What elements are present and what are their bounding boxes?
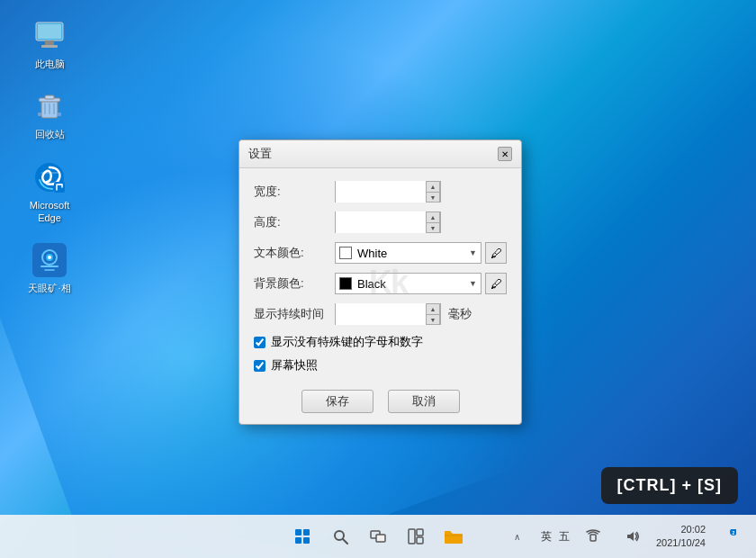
text-color-swatch bbox=[339, 247, 352, 259]
svg-rect-26 bbox=[409, 529, 415, 544]
width-spinbox[interactable]: 220 ▲ ▼ bbox=[335, 181, 441, 202]
recycle-bin-label: 回收站 bbox=[35, 128, 65, 140]
this-pc-label: 此电脑 bbox=[35, 58, 65, 70]
taskbar-time[interactable]: 20:02 2021/10/24 bbox=[656, 523, 706, 551]
svg-rect-19 bbox=[303, 529, 310, 536]
duration-row: 显示持续时间 5000 ▲ ▼ 毫秒 bbox=[254, 303, 507, 325]
svg-rect-2 bbox=[45, 40, 54, 45]
volume-icon[interactable] bbox=[616, 520, 649, 553]
bg-color-dropdown[interactable]: Black ▼ bbox=[335, 273, 482, 294]
dialog-titlebar: 设置 ✕ bbox=[239, 140, 521, 168]
cancel-button[interactable]: 取消 bbox=[388, 390, 460, 413]
bg-color-edit-button[interactable]: 🖊 bbox=[485, 273, 507, 294]
svg-rect-21 bbox=[303, 537, 310, 544]
svg-rect-13 bbox=[54, 182, 65, 193]
duration-spin-arrows: ▲ ▼ bbox=[426, 303, 440, 325]
svg-rect-28 bbox=[417, 537, 423, 544]
svg-point-17 bbox=[48, 256, 51, 259]
dialog-close-button[interactable]: ✕ bbox=[498, 147, 512, 161]
monitor-icon bbox=[32, 18, 68, 54]
checkbox2-input[interactable] bbox=[254, 360, 266, 372]
width-label: 宽度: bbox=[254, 184, 335, 200]
edge-label: Microsoft Edge bbox=[18, 199, 81, 225]
svg-rect-1 bbox=[38, 24, 61, 39]
task-view-button[interactable] bbox=[362, 520, 394, 553]
tray-lang2: 五 bbox=[559, 529, 570, 544]
search-button[interactable] bbox=[324, 520, 356, 553]
text-color-row: 文本颜色: White ▼ 🖊 bbox=[254, 242, 507, 264]
shortcut-hint: [CTRL] + [S] bbox=[601, 467, 738, 504]
desktop-icons-area: 此电脑 回收站 bbox=[18, 18, 81, 294]
svg-rect-6 bbox=[45, 95, 54, 99]
desktop-icon-recycle-bin[interactable]: 回收站 bbox=[18, 88, 81, 140]
svg-rect-11 bbox=[58, 112, 61, 116]
duration-input[interactable]: 5000 bbox=[336, 303, 426, 325]
height-spinbox[interactable]: 100 ▲ ▼ bbox=[335, 212, 441, 233]
svg-rect-10 bbox=[38, 112, 41, 116]
network-icon[interactable] bbox=[577, 520, 609, 553]
text-color-dropdown[interactable]: White ▼ bbox=[335, 242, 482, 264]
text-color-dropdown-arrow: ▼ bbox=[469, 248, 477, 257]
svg-rect-25 bbox=[376, 535, 385, 542]
text-color-select-wrap: White ▼ 🖊 bbox=[335, 242, 507, 264]
text-color-edit-button[interactable]: 🖊 bbox=[485, 242, 507, 264]
bg-color-name: Black bbox=[357, 277, 467, 291]
dialog-body: 宽度: 220 ▲ ▼ 高度: 100 ▲ bbox=[239, 168, 521, 424]
settings-dialog: 设置 ✕ 宽度: 220 ▲ ▼ 高度: bbox=[238, 140, 522, 425]
duration-spin-up[interactable]: ▲ bbox=[426, 303, 440, 314]
desktop: 此电脑 回收站 bbox=[0, 0, 756, 558]
checkbox1-row: 显示没有特殊键的字母和数字 bbox=[254, 334, 507, 350]
snap-button[interactable] bbox=[400, 520, 432, 553]
width-spin-up[interactable]: ▲ bbox=[426, 181, 440, 192]
width-spin-arrows: ▲ ▼ bbox=[426, 181, 440, 202]
tray-expand-button[interactable]: ∧ bbox=[501, 520, 534, 553]
svg-line-23 bbox=[343, 539, 347, 544]
checkbox1-label[interactable]: 显示没有特殊键的字母和数字 bbox=[271, 334, 423, 350]
width-input[interactable]: 220 bbox=[336, 181, 426, 202]
svg-rect-3 bbox=[41, 45, 58, 48]
svg-rect-18 bbox=[295, 529, 302, 536]
duration-input-wrap: 5000 ▲ ▼ 毫秒 bbox=[335, 303, 472, 325]
checkbox1-input[interactable] bbox=[254, 337, 266, 348]
duration-label: 显示持续时间 bbox=[254, 306, 335, 322]
bg-color-swatch bbox=[339, 277, 352, 290]
start-button[interactable] bbox=[286, 520, 319, 553]
checkbox2-row: 屏幕快照 bbox=[254, 357, 507, 374]
desktop-icon-this-pc[interactable]: 此电脑 bbox=[18, 18, 81, 70]
width-spin-down[interactable]: ▼ bbox=[426, 192, 440, 202]
text-color-label: 文本颜色: bbox=[254, 245, 335, 261]
recycle-bin-icon bbox=[32, 88, 68, 124]
tray-lang1: 英 bbox=[541, 529, 552, 544]
bg-color-select-wrap: Black ▼ 🖊 bbox=[335, 273, 507, 294]
save-button[interactable]: 保存 bbox=[302, 390, 374, 413]
height-input[interactable]: 100 bbox=[336, 212, 426, 233]
notification-button[interactable]: 2 bbox=[713, 520, 745, 553]
duration-unit: 毫秒 bbox=[448, 306, 472, 322]
desktop-icon-tianyan[interactable]: 天眼矿·相 bbox=[18, 242, 81, 294]
date-display: 2021/10/24 bbox=[656, 536, 706, 550]
checkbox2-label[interactable]: 屏幕快照 bbox=[271, 357, 318, 374]
height-label: 高度: bbox=[254, 214, 335, 230]
svg-rect-20 bbox=[295, 537, 302, 544]
time-display: 20:02 bbox=[656, 523, 706, 536]
dialog-title: 设置 bbox=[248, 146, 272, 162]
width-row: 宽度: 220 ▲ ▼ bbox=[254, 181, 507, 202]
taskbar-center bbox=[286, 520, 470, 553]
svg-rect-29 bbox=[590, 535, 596, 541]
height-spin-down[interactable]: ▼ bbox=[426, 222, 440, 233]
file-explorer-button[interactable] bbox=[437, 520, 470, 553]
dialog-buttons: 保存 取消 bbox=[254, 382, 507, 413]
edge-icon bbox=[32, 159, 68, 195]
height-spin-up[interactable]: ▲ bbox=[426, 212, 440, 222]
svg-text:2: 2 bbox=[733, 530, 735, 536]
tianyan-label: 天眼矿·相 bbox=[28, 282, 70, 294]
duration-spin-down[interactable]: ▼ bbox=[426, 314, 440, 325]
bg-color-dropdown-arrow: ▼ bbox=[469, 279, 477, 288]
duration-spinbox[interactable]: 5000 ▲ ▼ bbox=[335, 303, 441, 325]
bg-color-label: 背景颜色: bbox=[254, 275, 335, 292]
height-spin-arrows: ▲ ▼ bbox=[426, 212, 440, 233]
taskbar-right: ∧ 英 五 20:02 20 bbox=[501, 520, 745, 553]
svg-rect-27 bbox=[417, 529, 423, 536]
tianyan-icon bbox=[32, 242, 68, 278]
desktop-icon-edge[interactable]: Microsoft Edge bbox=[18, 159, 81, 225]
